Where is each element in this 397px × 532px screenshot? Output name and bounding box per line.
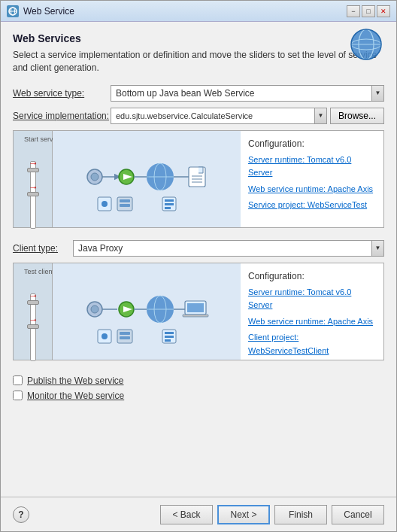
svg-rect-42	[187, 303, 204, 312]
client-runtime-link[interactable]: Server runtime: Tomcat v6.0 Server	[248, 286, 376, 312]
footer-left: ?	[13, 506, 29, 523]
service-impl-row: Service implementation: edu.sjtu.webserv…	[13, 108, 384, 124]
service-panel: Start service → →	[13, 130, 384, 228]
svg-rect-48	[165, 336, 174, 338]
checkboxes-area: Publish the Web service Monitor the Web …	[13, 375, 384, 401]
arrow-indicator-1: →	[29, 157, 38, 169]
svg-rect-27	[165, 207, 171, 209]
browse-button[interactable]: Browse...	[330, 108, 384, 124]
maximize-button[interactable]: □	[362, 5, 375, 17]
close-button[interactable]: ✕	[377, 5, 390, 17]
section-desc: Select a service implementation or defin…	[13, 49, 384, 74]
help-button[interactable]: ?	[13, 506, 29, 523]
svg-rect-52	[120, 336, 130, 339]
svg-point-45	[102, 333, 108, 339]
svg-rect-51	[120, 332, 130, 335]
client-slider-track[interactable]	[30, 293, 36, 361]
web-service-type-dropdown[interactable]: Bottom up Java bean Web Service ▼	[111, 85, 384, 102]
service-runtime-link[interactable]: Server runtime: Tomcat v6.0 Server	[248, 154, 376, 180]
client-type-dropdown[interactable]: Java Proxy ▼	[73, 240, 384, 257]
monitor-checkbox[interactable]	[13, 391, 23, 400]
test-client-label: Test client	[24, 268, 54, 275]
client-type-value: Java Proxy	[78, 243, 368, 254]
window-icon	[7, 5, 19, 17]
service-project-link[interactable]: Service project: WebServiceTest	[248, 199, 376, 212]
service-config-title: Configuration:	[248, 138, 376, 149]
main-content: Web Services Select a service implementa…	[1, 22, 396, 497]
svg-rect-26	[165, 203, 174, 205]
service-ws-runtime-link[interactable]: Web service runtime: Apache Axis	[248, 183, 376, 196]
svg-rect-43	[183, 315, 208, 317]
header-text: Web Services Select a service implementa…	[13, 32, 384, 85]
publish-label[interactable]: Publish the Web service	[27, 375, 124, 386]
svg-rect-49	[165, 339, 171, 342]
client-project-link[interactable]: Client project: WebServiceTestClient	[248, 331, 376, 357]
title-bar: Web Service − □ ✕	[1, 1, 396, 22]
svg-point-32	[91, 306, 98, 313]
section-title: Web Services	[13, 32, 384, 44]
service-impl-dropdown-arrow: ▼	[314, 108, 326, 123]
window: Web Service − □ ✕ Web Services Select a …	[0, 0, 397, 532]
service-diagram-svg	[81, 135, 213, 222]
client-type-row: Client type: Java Proxy ▼	[13, 240, 384, 257]
client-ws-runtime-link[interactable]: Web service runtime: Apache Axis	[248, 315, 376, 329]
svg-rect-30	[120, 204, 130, 207]
client-config-area: Configuration: Server runtime: Tomcat v6…	[241, 263, 383, 360]
publish-row: Publish the Web service	[13, 375, 384, 386]
service-impl-value: edu.sjtu.webservice.CalculateService	[116, 111, 311, 120]
service-config-area: Configuration: Server runtime: Tomcat v6…	[241, 131, 383, 227]
dropdown-arrow-icon: ▼	[371, 86, 383, 101]
client-diagram-svg	[81, 268, 213, 354]
monitor-row: Monitor the Web service	[13, 391, 384, 401]
minimize-button[interactable]: −	[347, 5, 360, 17]
client-slider-area: Test client → →	[14, 263, 53, 360]
publish-checkbox[interactable]	[13, 375, 23, 385]
globe-container	[348, 26, 384, 65]
footer-right: < Back Next > Finish Cancel	[160, 505, 384, 524]
web-service-type-row: Web service type: Bottom up Java bean We…	[13, 85, 384, 102]
client-dropdown-arrow-icon: ▼	[371, 241, 383, 256]
svg-rect-47	[165, 332, 174, 334]
monitor-label[interactable]: Monitor the Web service	[27, 391, 124, 401]
footer: ? < Back Next > Finish Cancel	[1, 497, 396, 531]
svg-point-23	[102, 201, 108, 207]
finish-button[interactable]: Finish	[274, 505, 327, 524]
arrow-indicator-2: →	[29, 181, 38, 193]
service-impl-dropdown[interactable]: edu.sjtu.webservice.CalculateService ▼	[111, 108, 327, 124]
client-type-label: Client type:	[13, 243, 73, 254]
header-area: Web Services Select a service implementa…	[13, 32, 384, 85]
client-config-title: Configuration:	[248, 271, 376, 281]
service-diagram-area	[53, 131, 241, 227]
svg-point-9	[91, 173, 98, 181]
web-service-type-label: Web service type:	[13, 88, 111, 99]
svg-rect-29	[120, 199, 130, 202]
client-arrow-1: →	[29, 290, 38, 301]
service-slider-track[interactable]	[30, 161, 36, 229]
service-slider-area: Start service → →	[14, 131, 53, 227]
next-button[interactable]: Next >	[217, 505, 270, 524]
service-impl-label: Service implementation:	[13, 111, 111, 121]
svg-rect-25	[165, 199, 174, 202]
web-service-type-value: Bottom up Java bean Web Service	[116, 88, 368, 99]
window-controls: − □ ✕	[347, 5, 390, 17]
client-panel: Test client → →	[13, 263, 384, 360]
window-title: Web Service	[23, 6, 347, 17]
cancel-button[interactable]: Cancel	[332, 505, 384, 524]
client-arrow-2: →	[29, 314, 38, 325]
client-diagram-area	[53, 263, 241, 360]
globe-icon	[348, 26, 384, 62]
back-button[interactable]: < Back	[160, 505, 213, 524]
